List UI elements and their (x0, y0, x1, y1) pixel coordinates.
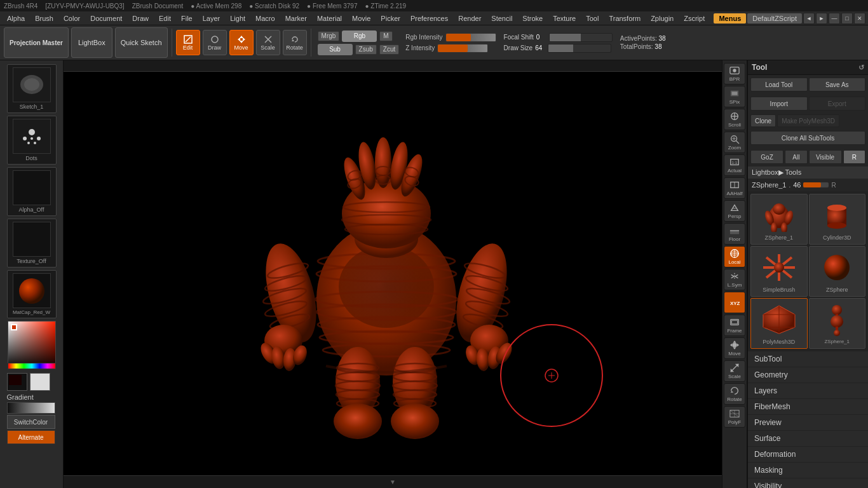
menu-picker[interactable]: Picker (376, 13, 405, 24)
menu-fibermesh[interactable]: FiberMesh (748, 399, 868, 415)
nav-prev-icon[interactable]: ◄ (803, 13, 815, 24)
rgb-intensity-slider[interactable] (445, 33, 496, 42)
local-button[interactable]: Local (724, 246, 745, 268)
all-button[interactable]: All (785, 150, 807, 164)
color-picker[interactable] (8, 321, 56, 369)
rotate-strip-button[interactable]: Rotate (724, 383, 745, 405)
projection-master-button[interactable]: Projection Master (4, 27, 69, 58)
menu-file[interactable]: File (177, 13, 197, 24)
load-tool-button[interactable]: Load Tool (750, 78, 808, 92)
viewport[interactable] (64, 72, 722, 475)
menu-brush[interactable]: Brush (31, 13, 58, 24)
dots-thumbnail[interactable]: Dots (7, 116, 57, 165)
menu-geometry[interactable]: Geometry (748, 367, 868, 383)
menu-transform[interactable]: Transform (604, 13, 645, 24)
move-button[interactable]: Move (229, 30, 254, 55)
background-swatch[interactable] (30, 373, 50, 391)
menu-visibility[interactable]: Visibility (748, 478, 868, 488)
rgb-button[interactable]: Rgb (342, 30, 377, 42)
menu-layer[interactable]: Layer (198, 13, 225, 24)
menu-layers[interactable]: Layers (748, 383, 868, 399)
foreground-swatch[interactable] (7, 373, 27, 391)
menus-button[interactable]: Menus (714, 13, 746, 24)
menu-alpha[interactable]: Alpha (3, 13, 29, 24)
scale-strip-button[interactable]: Scale (724, 360, 745, 382)
xyz-button[interactable]: XYZ (724, 292, 745, 313)
matcap-thumbnail[interactable]: MatCap_Red_W (7, 270, 57, 318)
window-min-icon[interactable]: — (829, 13, 840, 24)
window-max-icon[interactable]: □ (841, 13, 853, 24)
polyf-button[interactable]: PolyF (724, 406, 745, 428)
z-intensity-slider[interactable] (437, 44, 488, 53)
switch-color-button[interactable]: SwitchColor (7, 415, 55, 429)
edit-button[interactable]: Edit (176, 30, 200, 55)
draw-button[interactable]: Draw (203, 30, 227, 55)
menu-movie[interactable]: Movie (348, 13, 375, 24)
menu-subtool[interactable]: SubTool (748, 351, 868, 367)
menu-render[interactable]: Render (454, 13, 485, 24)
lsym-button[interactable]: L.Sym (724, 269, 745, 290)
goz-button[interactable]: GoZ (750, 150, 783, 164)
clone-button[interactable]: Clone (750, 114, 776, 127)
menu-stroke[interactable]: Stroke (518, 13, 547, 24)
zsub-button[interactable]: Zsub (355, 44, 377, 55)
zcut-button[interactable]: Zcut (379, 44, 399, 55)
spix-button[interactable]: SPix (724, 86, 745, 107)
menu-marker[interactable]: Marker (281, 13, 311, 24)
nav-next-icon[interactable]: ► (816, 13, 827, 24)
tool-slider[interactable] (803, 182, 829, 187)
quick-sketch-button[interactable]: Quick Sketch (115, 27, 168, 58)
visible-button[interactable]: Visible (809, 150, 842, 164)
bpr-button[interactable]: BPR (724, 63, 745, 85)
sketch-thumbnail[interactable]: Sketch_1 (7, 64, 57, 113)
rotate-button[interactable]: Rotate (283, 30, 307, 55)
menu-tool[interactable]: Tool (581, 13, 603, 24)
save-as-button[interactable]: Save As (809, 78, 866, 92)
menu-preview[interactable]: Preview (748, 415, 868, 431)
persp-button[interactable]: Persp (724, 200, 745, 222)
alpha-thumbnail[interactable]: Alpha_Off (7, 167, 57, 216)
window-close-icon[interactable]: ✕ (854, 13, 865, 24)
tool-thumb-simplebrush[interactable]: SimpleBrush (750, 246, 808, 297)
scroll-button[interactable]: Scroll (724, 109, 745, 130)
aahalf-button[interactable]: AAHalf (724, 177, 745, 199)
lightbox-tools-header[interactable]: Lightbox▶ Tools (748, 166, 868, 179)
menu-zscript[interactable]: Zscript (679, 13, 709, 24)
tool-thumb-zsphere1[interactable]: ZSphere_1 (750, 194, 808, 245)
move-strip-button[interactable]: Move (724, 337, 745, 359)
menu-draw[interactable]: Draw (128, 13, 153, 24)
actual-button[interactable]: 1:1 Actual (724, 154, 745, 176)
mrgb-button[interactable]: Mrgb (318, 31, 340, 41)
tool-thumb-zsphere1-copy[interactable]: ZSphere_1 (809, 298, 866, 349)
tool-thumb-zsphere[interactable]: ZSphere (809, 246, 866, 297)
menu-surface[interactable]: Surface (748, 431, 868, 447)
make-polymesh-button[interactable]: Make PolyMesh3D (777, 114, 839, 127)
menu-masking[interactable]: Masking (748, 463, 868, 478)
export-button[interactable]: Export (809, 97, 866, 111)
m-button[interactable]: M (379, 31, 392, 41)
tool-thumb-cylinder3d[interactable]: Cylinder3D (809, 194, 866, 245)
sub-button[interactable]: Sub (318, 44, 353, 55)
floor-button[interactable]: Floor (724, 223, 745, 245)
zoom-button[interactable]: Zoom (724, 132, 745, 153)
menu-color[interactable]: Color (59, 13, 85, 24)
menu-texture[interactable]: Texture (548, 13, 580, 24)
lightbox-button[interactable]: LightBox (71, 27, 112, 58)
refresh-icon[interactable]: ↺ (858, 64, 864, 72)
menu-material[interactable]: Material (313, 13, 346, 24)
r-button[interactable]: R (843, 150, 865, 164)
tool-thumb-polymesh3d[interactable]: PolyMesh3D (750, 298, 808, 349)
scale-button[interactable]: Scale (256, 30, 280, 55)
draw-size-slider[interactable] (548, 44, 611, 53)
menu-light[interactable]: Light (226, 13, 250, 24)
defaultzscript-button[interactable]: DefaultZScript (747, 13, 802, 24)
menu-zplugin[interactable]: Zplugin (646, 13, 678, 24)
frame-button[interactable]: Frame (724, 315, 745, 336)
menu-edit[interactable]: Edit (154, 13, 175, 24)
alternate-button[interactable]: Alternate (7, 430, 55, 444)
gradient-bar[interactable] (7, 402, 55, 414)
import-button[interactable]: Import (750, 97, 808, 111)
clone-all-subtools-button[interactable]: Clone All SubTools (750, 131, 865, 145)
menu-macro[interactable]: Macro (251, 13, 280, 24)
texture-thumbnail[interactable]: Texture_Off (7, 219, 57, 268)
